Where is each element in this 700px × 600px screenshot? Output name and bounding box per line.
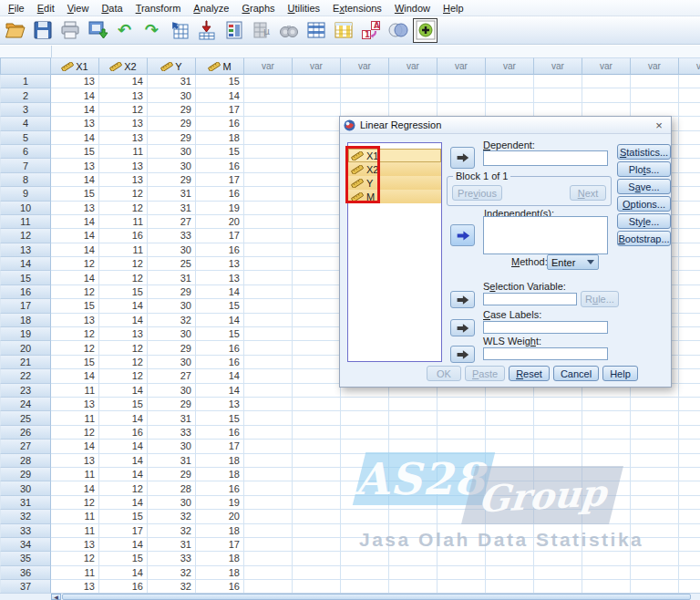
empty-cell[interactable] (389, 440, 438, 453)
empty-cell[interactable] (631, 75, 679, 88)
empty-cell[interactable] (534, 398, 582, 411)
empty-cell[interactable] (438, 510, 486, 523)
data-cell[interactable]: 14 (99, 440, 148, 453)
data-cell[interactable]: 14 (51, 131, 99, 145)
data-cell[interactable]: 12 (99, 187, 148, 201)
empty-cell[interactable] (293, 75, 341, 88)
empty-cell[interactable] (244, 243, 293, 257)
data-cell[interactable]: 11 (51, 566, 99, 580)
empty-cell[interactable] (582, 496, 631, 510)
case-labels-arrow-button[interactable] (450, 319, 475, 336)
selection-arrow-button[interactable] (450, 291, 475, 308)
wls-weight-input[interactable] (483, 347, 608, 360)
row-header[interactable]: 20 (0, 341, 51, 355)
bootstrap-button[interactable]: Bootstrap... (617, 231, 671, 246)
data-cell[interactable]: 30 (148, 327, 196, 341)
data-cell[interactable]: 18 (196, 552, 244, 565)
empty-cell[interactable] (293, 426, 341, 440)
empty-cell[interactable] (486, 468, 534, 481)
data-cell[interactable]: 18 (196, 131, 244, 145)
empty-cell[interactable] (341, 510, 389, 523)
column-header-m[interactable]: M (196, 57, 244, 75)
method-dropdown[interactable]: Enter (547, 254, 599, 270)
empty-cell[interactable] (244, 159, 293, 172)
data-cell[interactable]: 16 (99, 229, 148, 243)
data-cell[interactable]: 14 (196, 285, 244, 299)
menu-edit[interactable]: Edit (31, 1, 61, 16)
data-cell[interactable]: 29 (148, 103, 196, 117)
empty-cell[interactable] (679, 341, 700, 355)
empty-cell[interactable] (631, 538, 679, 552)
empty-cell[interactable] (389, 454, 438, 468)
empty-cell[interactable] (244, 173, 293, 187)
data-cell[interactable]: 11 (51, 384, 99, 398)
empty-cell[interactable] (244, 356, 293, 369)
empty-cell[interactable] (244, 117, 293, 130)
empty-cell[interactable] (679, 566, 700, 580)
goto-case-icon[interactable] (167, 18, 191, 43)
data-cell[interactable]: 11 (51, 411, 99, 425)
data-cell[interactable]: 14 (51, 103, 99, 117)
empty-cell[interactable] (679, 398, 700, 411)
data-cell[interactable]: 12 (99, 356, 148, 369)
menu-help[interactable]: Help (437, 1, 470, 16)
empty-cell[interactable] (486, 510, 534, 523)
style-button[interactable]: Style... (617, 213, 671, 229)
empty-cell[interactable] (679, 285, 700, 299)
data-cell[interactable]: 12 (99, 369, 148, 383)
save-icon[interactable] (30, 18, 55, 43)
empty-cell[interactable] (438, 411, 486, 425)
data-cell[interactable]: 32 (148, 510, 196, 523)
row-header[interactable]: 28 (0, 454, 51, 468)
data-cell[interactable]: 13 (51, 75, 99, 88)
empty-cell[interactable] (679, 243, 700, 257)
row-header[interactable]: 13 (0, 243, 51, 257)
empty-cell[interactable] (341, 411, 389, 425)
empty-cell[interactable] (293, 314, 341, 327)
column-header-y[interactable]: Y (148, 57, 196, 75)
empty-cell[interactable] (293, 341, 341, 355)
row-header[interactable]: 31 (0, 496, 51, 510)
column-header-var[interactable]: var (679, 57, 700, 75)
data-cell[interactable]: 14 (51, 243, 99, 257)
empty-cell[interactable] (438, 398, 486, 411)
variables-icon[interactable] (221, 18, 246, 43)
data-cell[interactable]: 13 (51, 580, 99, 593)
data-cell[interactable]: 15 (51, 145, 99, 159)
data-cell[interactable]: 14 (51, 215, 99, 229)
row-header[interactable]: 12 (0, 229, 51, 243)
recall-dialogs-icon[interactable] (85, 18, 109, 43)
empty-cell[interactable] (389, 426, 438, 440)
empty-cell[interactable] (679, 271, 700, 284)
empty-cell[interactable] (486, 440, 534, 453)
row-header[interactable]: 6 (0, 145, 51, 159)
empty-cell[interactable] (582, 566, 631, 580)
row-header[interactable]: 37 (0, 580, 51, 593)
empty-cell[interactable] (534, 552, 582, 565)
empty-cell[interactable] (244, 454, 293, 468)
data-cell[interactable]: 17 (196, 538, 244, 552)
empty-cell[interactable] (389, 468, 438, 481)
data-cell[interactable]: 19 (196, 202, 244, 215)
data-cell[interactable]: 31 (148, 538, 196, 552)
empty-cell[interactable] (486, 411, 534, 425)
empty-cell[interactable] (341, 496, 389, 510)
empty-cell[interactable] (486, 580, 534, 593)
empty-cell[interactable] (244, 88, 293, 102)
empty-cell[interactable] (631, 468, 679, 481)
empty-cell[interactable] (389, 538, 438, 552)
next-button[interactable]: Next (570, 185, 606, 201)
empty-cell[interactable] (341, 103, 389, 117)
empty-cell[interactable] (679, 257, 700, 271)
row-header[interactable]: 15 (0, 271, 51, 284)
reset-button[interactable]: Reset (509, 366, 550, 381)
data-cell[interactable]: 14 (51, 173, 99, 187)
data-cell[interactable]: 14 (51, 229, 99, 243)
data-cell[interactable]: 15 (99, 552, 148, 565)
empty-cell[interactable] (341, 88, 389, 102)
menu-transform[interactable]: Transform (129, 1, 188, 16)
data-cell[interactable]: 15 (196, 145, 244, 159)
empty-cell[interactable] (438, 481, 486, 495)
data-cell[interactable]: 29 (148, 398, 196, 411)
data-cell[interactable]: 31 (148, 411, 196, 425)
